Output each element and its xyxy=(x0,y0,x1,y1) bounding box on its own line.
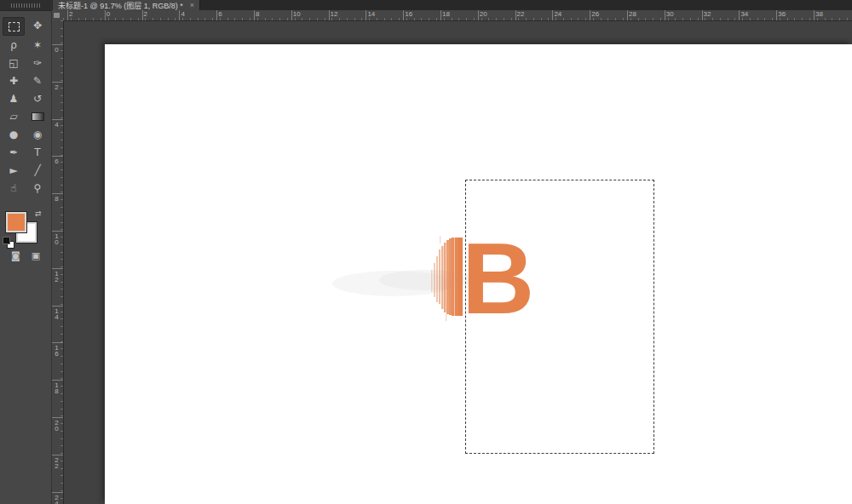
h-ruler-label: 0 xyxy=(106,11,110,18)
v-ruler-tick xyxy=(51,380,63,381)
rectangular-marquee-tool[interactable] xyxy=(3,17,25,36)
h-ruler-label: 20 xyxy=(480,11,487,18)
h-ruler-label: 30 xyxy=(666,11,674,18)
h-ruler-label: 18 xyxy=(442,11,450,18)
lasso-tool[interactable]: ρ xyxy=(3,37,25,54)
h-ruler-tick xyxy=(105,10,106,20)
eraser-tool[interactable]: ▱ xyxy=(3,108,25,125)
blur-tool[interactable]: ● xyxy=(3,126,25,143)
h-ruler-tick xyxy=(814,10,815,20)
v-ruler-tick xyxy=(51,156,63,157)
brush-icon: ✎ xyxy=(33,76,42,86)
tool-grid: ✥ρ✶◱✑✚✎♟↺▱●◉✒T►╱☝⚲ xyxy=(0,11,51,197)
v-ruler-label: 0 xyxy=(53,46,60,52)
h-ruler-label: 22 xyxy=(517,11,525,18)
tab-close-icon[interactable]: × xyxy=(190,1,194,9)
v-ruler-label: 10 xyxy=(53,232,60,244)
v-ruler-label: 20 xyxy=(53,419,60,431)
v-ruler-tick xyxy=(51,455,63,455)
h-ruler-tick xyxy=(142,10,143,20)
clone-stamp-tool[interactable]: ♟ xyxy=(3,90,25,107)
vertical-ruler[interactable]: 024681012141618202224 xyxy=(51,20,64,504)
foreground-color-swatch[interactable] xyxy=(6,212,26,232)
eraser-icon: ▱ xyxy=(9,112,17,122)
move-tool[interactable]: ✥ xyxy=(26,17,49,34)
spot-healing-brush-tool[interactable]: ✚ xyxy=(3,72,25,89)
eyedropper-tool[interactable]: ✑ xyxy=(26,54,49,72)
h-ruler-tick xyxy=(329,10,330,20)
path-selection-tool[interactable]: ► xyxy=(3,162,25,179)
dodge-icon: ◉ xyxy=(33,129,42,140)
v-ruler-tick xyxy=(51,82,63,83)
v-ruler-tick xyxy=(51,44,63,45)
crop-tool[interactable]: ◱ xyxy=(3,54,25,72)
h-ruler-label: 32 xyxy=(704,11,711,18)
h-ruler-label: 10 xyxy=(293,11,301,18)
v-ruler-label: 8 xyxy=(53,195,60,201)
h-ruler-label: 26 xyxy=(591,11,599,18)
h-ruler-tick xyxy=(67,10,68,20)
dodge-tool[interactable]: ◉ xyxy=(26,126,49,143)
h-ruler-tick xyxy=(590,10,590,20)
tools-panel-grip[interactable] xyxy=(0,0,51,11)
h-ruler-label: 24 xyxy=(554,11,561,18)
horizontal-ruler[interactable]: 202468101214161820222426283032343638 xyxy=(63,10,852,21)
swap-colors-icon[interactable]: ⇄ xyxy=(35,209,42,218)
screen-mode-button[interactable]: ▣ xyxy=(32,250,40,261)
lasso-icon: ρ xyxy=(10,40,17,50)
quick-mask-button[interactable]: ◙ xyxy=(11,250,20,261)
move-icon: ✥ xyxy=(33,20,42,31)
v-ruler-label: 24 xyxy=(53,494,60,504)
h-ruler-label: 28 xyxy=(629,11,636,18)
pen-icon: ✒ xyxy=(9,147,18,158)
magic-wand-tool[interactable]: ✶ xyxy=(26,37,49,54)
gradient-tool[interactable] xyxy=(26,108,49,125)
tools-panel: ✥ρ✶◱✑✚✎♟↺▱●◉✒T►╱☝⚲ ⇄ ◙ ▣ xyxy=(0,0,52,504)
zoom-icon: ⚲ xyxy=(34,183,42,193)
hand-icon: ☝ xyxy=(10,183,16,193)
magic-wand-icon: ✶ xyxy=(33,40,42,50)
zoom-tool[interactable]: ⚲ xyxy=(26,180,49,197)
grip-dots-icon xyxy=(11,3,40,8)
v-ruler-label: 22 xyxy=(53,456,60,468)
document-tab[interactable]: 未标题-1 @ 91.7% (图层 1, RGB/8) * × xyxy=(53,0,200,10)
h-ruler-tick xyxy=(403,10,404,20)
v-ruler-tick xyxy=(51,268,63,269)
h-ruler-label: 4 xyxy=(181,11,184,18)
h-ruler-tick xyxy=(291,10,292,20)
v-ruler-label: 6 xyxy=(53,158,60,163)
h-ruler-tick xyxy=(776,10,777,20)
h-ruler-tick xyxy=(627,10,628,20)
path-selection-icon: ► xyxy=(9,165,17,175)
h-ruler-label: 12 xyxy=(331,11,338,18)
gradient-icon xyxy=(32,112,44,121)
v-ruler-label: 4 xyxy=(53,121,60,127)
h-ruler-label: 8 xyxy=(256,11,259,18)
type-tool[interactable]: T xyxy=(26,144,49,161)
spot-healing-brush-icon: ✚ xyxy=(9,76,18,86)
line-icon: ╱ xyxy=(34,165,40,175)
blur-icon: ● xyxy=(9,129,18,140)
h-ruler-label: 36 xyxy=(778,11,786,18)
document-tab-title: 未标题-1 @ 91.7% (图层 1, RGB/8) * xyxy=(58,0,183,11)
hand-tool[interactable]: ☝ xyxy=(3,180,25,197)
v-ruler-label: 2 xyxy=(53,83,60,89)
v-ruler-tick xyxy=(51,231,63,232)
v-ruler-tick xyxy=(51,119,63,120)
history-brush-icon: ↺ xyxy=(33,94,42,104)
pen-tool[interactable]: ✒ xyxy=(3,144,25,161)
v-ruler-label: 16 xyxy=(53,344,60,356)
marquee-selection[interactable] xyxy=(465,180,654,454)
h-ruler-tick xyxy=(739,10,740,20)
default-colors-icon[interactable] xyxy=(3,237,14,249)
document-canvas[interactable]: B xyxy=(105,44,852,504)
h-ruler-tick xyxy=(254,10,255,20)
brush-tool[interactable]: ✎ xyxy=(26,72,49,89)
v-ruler-tick xyxy=(51,342,63,343)
h-ruler-label: 38 xyxy=(815,11,823,18)
line-tool[interactable]: ╱ xyxy=(26,162,49,179)
history-brush-tool[interactable]: ↺ xyxy=(26,90,49,107)
v-ruler-tick xyxy=(51,492,63,493)
h-ruler-tick xyxy=(702,10,703,20)
eyedropper-icon: ✑ xyxy=(33,58,42,68)
